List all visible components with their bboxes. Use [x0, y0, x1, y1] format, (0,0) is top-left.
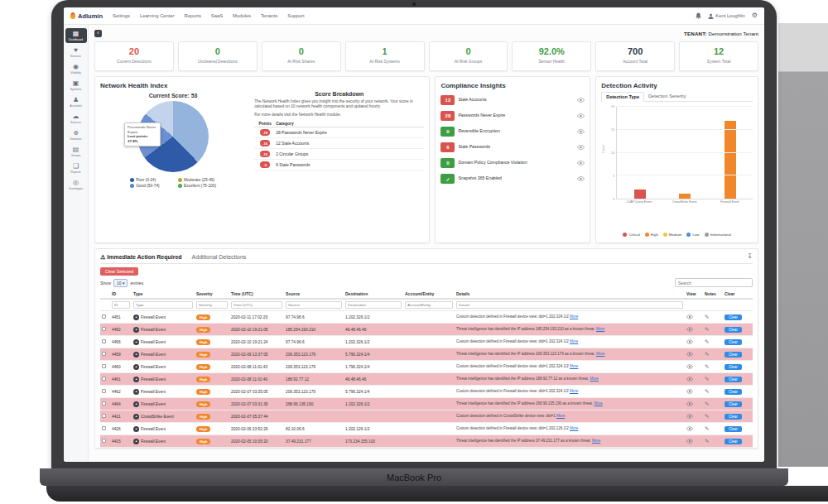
- nav-menu-item[interactable]: Modules: [233, 13, 251, 18]
- more-link[interactable]: More: [596, 352, 604, 356]
- notes-icon[interactable]: ✎: [705, 425, 709, 431]
- row-clear-button[interactable]: Clear: [724, 352, 742, 358]
- eye-icon[interactable]: [577, 113, 585, 118]
- row-checkbox[interactable]: [102, 327, 106, 331]
- view-eye-icon[interactable]: [686, 401, 693, 406]
- sidebar-item[interactable]: ▣ Systems: [65, 78, 87, 93]
- col-time[interactable]: Time (UTC): [229, 290, 284, 299]
- eye-icon[interactable]: [577, 161, 585, 166]
- more-link[interactable]: More: [590, 377, 599, 381]
- stat-card[interactable]: 0 At Risk Shares: [262, 41, 341, 71]
- row-clear-button[interactable]: Clear: [724, 314, 742, 320]
- view-eye-icon[interactable]: [686, 314, 693, 319]
- sidebar-item[interactable]: ❏ Reports: [65, 161, 87, 175]
- view-eye-icon[interactable]: [686, 339, 693, 344]
- settings-gear-icon[interactable]: ⚙: [752, 12, 758, 19]
- eye-icon[interactable]: [577, 98, 585, 103]
- notes-icon[interactable]: ✎: [705, 326, 709, 332]
- notes-icon[interactable]: ✎: [705, 401, 709, 406]
- row-clear-button[interactable]: Clear: [724, 339, 742, 345]
- more-link[interactable]: More: [592, 439, 600, 443]
- filter-destination-input[interactable]: [345, 301, 402, 309]
- adlumin-logo[interactable]: Adlumin: [70, 12, 103, 20]
- col-details[interactable]: Details: [455, 290, 685, 299]
- eye-icon[interactable]: [577, 176, 585, 181]
- sidebar-item[interactable]: ♥ Sensors: [65, 45, 87, 60]
- row-checkbox[interactable]: [102, 339, 106, 343]
- nav-menu-item[interactable]: Support: [287, 13, 304, 18]
- eye-icon[interactable]: [577, 129, 585, 134]
- col-destination[interactable]: Destination: [344, 290, 403, 299]
- nav-menu-item[interactable]: Tenants: [261, 13, 277, 18]
- tab-additional-detections[interactable]: Additional Detections: [192, 254, 247, 261]
- col-type[interactable]: Type: [132, 290, 195, 299]
- stat-card[interactable]: 700 Account Total: [595, 41, 675, 71]
- row-checkbox[interactable]: [102, 377, 106, 381]
- more-link[interactable]: More: [570, 314, 578, 319]
- stat-card[interactable]: 92.0% Sensor Health: [512, 41, 591, 71]
- filter-id-input[interactable]: [112, 301, 130, 309]
- sidebar-item[interactable]: ◉ Visibility: [65, 61, 87, 76]
- row-clear-button[interactable]: Clear: [724, 327, 742, 333]
- tab-immediate-action-required[interactable]: ⚠ Immediate Action Required: [100, 254, 182, 261]
- row-checkbox[interactable]: [102, 414, 106, 418]
- row-clear-button[interactable]: Clear: [724, 389, 742, 395]
- filter-source-input[interactable]: [286, 301, 342, 309]
- sidebar-item[interactable]: ♟ Accounts: [65, 94, 87, 109]
- clear-selected-button[interactable]: Clear Selected: [100, 267, 138, 276]
- view-eye-icon[interactable]: [686, 439, 693, 444]
- sidebar-item[interactable]: ◎ Investigate: [65, 177, 87, 192]
- notes-icon[interactable]: ✎: [705, 376, 709, 382]
- notes-icon[interactable]: ✎: [705, 388, 709, 394]
- nav-menu-item[interactable]: Settings: [113, 13, 130, 18]
- more-link[interactable]: More: [556, 414, 565, 418]
- stat-card[interactable]: 12 System Total: [679, 41, 758, 71]
- filter-time-input[interactable]: [231, 301, 282, 309]
- view-eye-icon[interactable]: [686, 327, 693, 332]
- notes-icon[interactable]: ✎: [705, 314, 709, 319]
- sidebar-item[interactable]: ▤ Groups: [65, 144, 87, 159]
- col-source[interactable]: Source: [284, 290, 344, 299]
- col-id[interactable]: ID: [110, 290, 132, 299]
- row-checkbox[interactable]: [102, 314, 106, 319]
- filter-type-input[interactable]: [133, 301, 193, 309]
- filter-severity-input[interactable]: [196, 301, 228, 309]
- view-eye-icon[interactable]: [686, 389, 693, 394]
- nav-menu-item[interactable]: SaaS: [211, 13, 223, 18]
- stat-card[interactable]: 1 At Risk Systems: [345, 41, 425, 71]
- row-checkbox[interactable]: [102, 401, 106, 406]
- stat-card[interactable]: 0 At Risk Groups: [429, 41, 508, 71]
- view-eye-icon[interactable]: [686, 352, 693, 357]
- row-checkbox[interactable]: [102, 389, 106, 393]
- row-checkbox[interactable]: [102, 364, 106, 368]
- view-eye-icon[interactable]: [686, 426, 693, 431]
- row-clear-button[interactable]: Clear: [724, 364, 742, 370]
- notes-icon[interactable]: ✎: [705, 351, 709, 357]
- user-menu[interactable]: Kent Loughlin: [708, 13, 744, 19]
- score-pie-chart[interactable]: Passwords Never Expire Lost points: 37.8…: [137, 101, 209, 172]
- row-checkbox[interactable]: [102, 439, 106, 443]
- tab-detection-type[interactable]: Detection Type: [601, 92, 644, 102]
- sidebar-item[interactable]: ⊕ Domains: [65, 127, 87, 142]
- more-link[interactable]: More: [570, 339, 578, 343]
- notes-icon[interactable]: ✎: [705, 438, 709, 444]
- filter-details-input[interactable]: [456, 301, 683, 309]
- row-clear-button[interactable]: Clear: [724, 401, 742, 407]
- notes-icon[interactable]: ✎: [705, 363, 709, 369]
- notifications-bell-icon[interactable]: [696, 12, 701, 19]
- more-link[interactable]: More: [570, 426, 578, 430]
- sidebar-item[interactable]: ☁ Sources: [65, 111, 87, 126]
- filter-account-input[interactable]: [405, 301, 453, 309]
- tab-detection-severity[interactable]: Detection Severity: [644, 92, 690, 101]
- more-link[interactable]: More: [596, 327, 604, 331]
- nav-menu-item[interactable]: Reports: [185, 13, 201, 18]
- row-clear-button[interactable]: Clear: [724, 426, 742, 432]
- view-eye-icon[interactable]: [686, 377, 693, 382]
- page-size-select[interactable]: 10 ▾: [113, 279, 128, 287]
- search-input[interactable]: [675, 278, 753, 287]
- nav-menu-item[interactable]: Learning Center: [140, 13, 175, 18]
- view-eye-icon[interactable]: [686, 414, 693, 419]
- sidebar-item[interactable]: ▦ Dashboard: [65, 28, 87, 43]
- view-eye-icon[interactable]: [686, 364, 693, 369]
- stat-card[interactable]: 0 Uncleared Detections: [178, 41, 258, 71]
